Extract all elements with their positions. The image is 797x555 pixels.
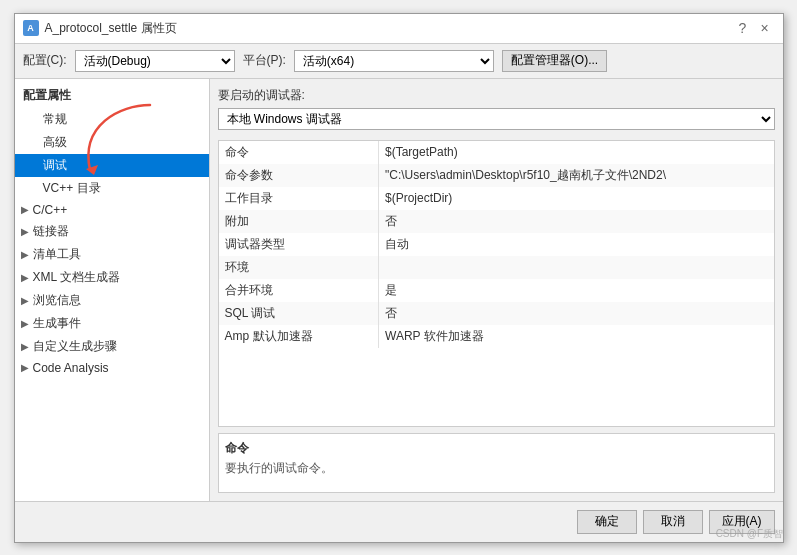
table-row[interactable]: 调试器类型自动 [219,233,774,256]
table-row[interactable]: 工作目录$(ProjectDir) [219,187,774,210]
prop-value [379,256,774,279]
sidebar-item-build-events[interactable]: ▶生成事件 [15,312,209,335]
sidebar: 配置属性 常规 高级 调试 VC++ 目录 ▶C/C++ ▶链接器 ▶清单工具 … [15,79,210,501]
expand-icon-build-events: ▶ [19,317,31,329]
prop-value: $(TargetPath) [379,141,774,164]
apply-button[interactable]: 应用(A) [709,510,775,534]
prop-value: 否 [379,210,774,233]
prop-name: SQL 调试 [219,302,379,325]
dialog-window: A A_protocol_settle 属性页 ? × 配置(C): 活动(De… [14,13,784,543]
table-row[interactable]: 附加否 [219,210,774,233]
platform-label: 平台(P): [243,52,286,69]
title-bar: A A_protocol_settle 属性页 ? × [15,14,783,44]
table-row[interactable]: SQL 调试否 [219,302,774,325]
prop-name: 命令 [219,141,379,164]
debugger-select[interactable]: 本地 Windows 调试器 [218,108,775,130]
sidebar-item-general[interactable]: 常规 [15,108,209,131]
table-row[interactable]: Amp 默认加速器WARP 软件加速器 [219,325,774,348]
prop-value: WARP 软件加速器 [379,325,774,348]
prop-name: Amp 默认加速器 [219,325,379,348]
title-bar-controls: ? × [733,18,775,38]
expand-icon-browse-info: ▶ [19,294,31,306]
close-button[interactable]: × [755,18,775,38]
prop-name: 环境 [219,256,379,279]
debugger-label: 要启动的调试器: [218,87,775,104]
description-text: 要执行的调试命令。 [225,460,768,477]
prop-value: 是 [379,279,774,302]
sidebar-item-list-tools[interactable]: ▶清单工具 [15,243,209,266]
help-button[interactable]: ? [733,18,753,38]
footer-row: 确定 取消 应用(A) [15,501,783,542]
table-row[interactable]: 命令参数"C:\Users\admin\Desktop\r5f10_越南机子文件… [219,164,774,187]
expand-icon-linker: ▶ [19,225,31,237]
app-icon: A [23,20,39,36]
ok-button[interactable]: 确定 [577,510,637,534]
prop-value: $(ProjectDir) [379,187,774,210]
sidebar-item-browse-info[interactable]: ▶浏览信息 [15,289,209,312]
table-row[interactable]: 命令$(TargetPath) [219,141,774,164]
expand-icon-custom-build: ▶ [19,340,31,352]
properties-table: 命令$(TargetPath)命令参数"C:\Users\admin\Deskt… [219,141,774,348]
platform-select[interactable]: 活动(x64) [294,50,494,72]
sidebar-item-debug[interactable]: 调试 [15,154,209,177]
sidebar-item-advanced[interactable]: 高级 [15,131,209,154]
config-label: 配置(C): [23,52,67,69]
sidebar-item-vcdirs[interactable]: VC++ 目录 [15,177,209,200]
properties-table-container: 命令$(TargetPath)命令参数"C:\Users\admin\Deskt… [218,140,775,427]
description-title: 命令 [225,440,768,457]
cancel-button[interactable]: 取消 [643,510,703,534]
sidebar-item-custom-build[interactable]: ▶自定义生成步骤 [15,335,209,358]
prop-name: 调试器类型 [219,233,379,256]
title-bar-left: A A_protocol_settle 属性页 [23,20,177,37]
sidebar-item-linker[interactable]: ▶链接器 [15,220,209,243]
expand-icon-list-tools: ▶ [19,248,31,260]
prop-name: 命令参数 [219,164,379,187]
prop-name: 合并环境 [219,279,379,302]
prop-name: 工作目录 [219,187,379,210]
config-select[interactable]: 活动(Debug) [75,50,235,72]
prop-value: 自动 [379,233,774,256]
right-panel: 要启动的调试器: 本地 Windows 调试器 命令$(TargetPath)命… [210,79,783,501]
main-content: 配置属性 常规 高级 调试 VC++ 目录 ▶C/C++ ▶链接器 ▶清单工具 … [15,79,783,501]
sidebar-item-code-analysis[interactable]: ▶Code Analysis [15,358,209,378]
expand-icon-cc: ▶ [19,204,31,216]
debugger-select-row: 本地 Windows 调试器 [218,108,775,130]
sidebar-item-xml-gen[interactable]: ▶XML 文档生成器 [15,266,209,289]
sidebar-section-title: 配置属性 [15,83,209,108]
expand-icon-code-analysis: ▶ [19,362,31,374]
description-box: 命令 要执行的调试命令。 [218,433,775,493]
config-manager-button[interactable]: 配置管理器(O)... [502,50,607,72]
prop-value: "C:\Users\admin\Desktop\r5f10_越南机子文件\2ND… [379,164,774,187]
prop-name: 附加 [219,210,379,233]
expand-icon-xml-gen: ▶ [19,271,31,283]
table-row[interactable]: 环境 [219,256,774,279]
toolbar-row: 配置(C): 活动(Debug) 平台(P): 活动(x64) 配置管理器(O)… [15,44,783,79]
table-row[interactable]: 合并环境是 [219,279,774,302]
window-title: A_protocol_settle 属性页 [45,20,177,37]
prop-value: 否 [379,302,774,325]
sidebar-item-cc[interactable]: ▶C/C++ [15,200,209,220]
